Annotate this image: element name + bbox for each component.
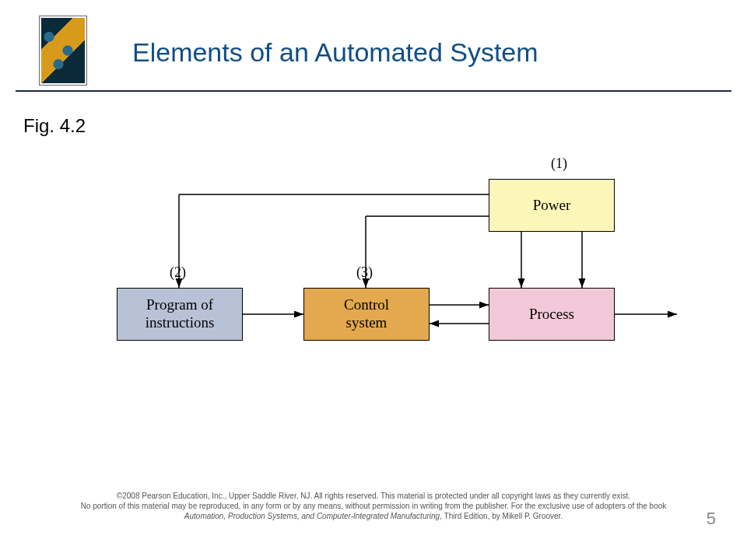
node-power-label: Power [533, 197, 571, 215]
node-program-label: Program of instructions [146, 296, 215, 332]
slide: Elements of an Automated System Fig. 4.2 [0, 0, 747, 560]
slide-title: Elements of an Automated System [132, 37, 538, 68]
figure-caption: Fig. 4.2 [23, 115, 86, 137]
node-control-label: Control system [344, 296, 389, 332]
node-program: Program of instructions [117, 288, 243, 341]
footer-line-2: No portion of this material may be repro… [23, 501, 724, 511]
footer-line-3: Automation, Production Systems, and Comp… [23, 511, 724, 521]
node-number-program: (2) [170, 264, 186, 281]
copyright-footer: ©2008 Pearson Education, Inc., Upper Sad… [23, 491, 724, 521]
node-control: Control system [303, 288, 430, 341]
node-number-power: (1) [551, 156, 567, 172]
corner-image [39, 16, 87, 86]
node-process: Process [489, 288, 615, 341]
footer-book-title: Automation, Production Systems, and Comp… [184, 512, 440, 520]
node-process-label: Process [529, 306, 574, 324]
diagram: (1) (2) (3) Power Program of instruction… [86, 156, 677, 389]
footer-line-1: ©2008 Pearson Education, Inc., Upper Sad… [23, 491, 724, 501]
page-number: 5 [707, 509, 716, 529]
title-rule [16, 90, 731, 92]
node-power: Power [489, 179, 615, 232]
footer-tail: , Third Edition, by Mikell P. Groover. [440, 512, 563, 520]
node-number-control: (3) [356, 264, 373, 281]
